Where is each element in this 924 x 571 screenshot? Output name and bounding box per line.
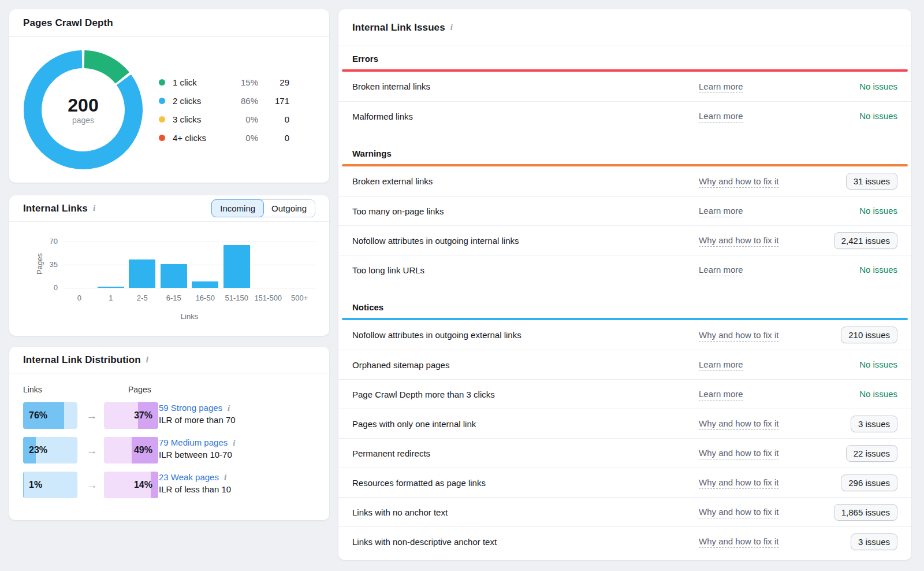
pages-crawl-depth-title: Pages Crawl Depth: [23, 17, 113, 29]
issues-count-badge[interactable]: 210 issues: [841, 327, 897, 343]
issue-row: Broken internal linksLearn moreNo issues: [338, 72, 911, 101]
toggle-incoming[interactable]: Incoming: [211, 199, 264, 217]
issue-label: Too many on-page links: [352, 206, 699, 216]
issue-row: Broken external linksWhy and how to fix …: [338, 166, 911, 196]
issue-status-column: 3 issues: [821, 416, 897, 432]
why-how-to-fix-link[interactable]: Why and how to fix it: [699, 448, 778, 459]
issue-link-column: Why and how to fix it: [699, 330, 821, 340]
donut-slice-1-click[interactable]: [84, 60, 122, 78]
issue-status-column: 210 issues: [821, 327, 897, 343]
bar-6-15[interactable]: [161, 264, 187, 288]
bar-16-50[interactable]: [192, 281, 218, 288]
bar-2-5[interactable]: [129, 259, 155, 288]
info-icon[interactable]: i: [450, 23, 453, 32]
info-icon[interactable]: i: [233, 438, 235, 447]
pages-percent-label: 49%: [104, 437, 158, 464]
x-tick-label: 16-50: [189, 294, 221, 302]
section-label: Notices: [338, 295, 911, 318]
issues-count-badge[interactable]: 22 issues: [846, 445, 897, 462]
issue-status-column: 22 issues: [821, 445, 897, 462]
pages-group-link[interactable]: 79 Medium pages: [159, 437, 228, 447]
bar-plot-area: [64, 242, 315, 288]
internal-links-card: Internal Links i Incoming Outgoing Pages…: [9, 195, 329, 336]
issues-count-badge[interactable]: 2,421 issues: [834, 232, 897, 249]
why-how-to-fix-link[interactable]: Why and how to fix it: [699, 235, 778, 247]
ilr-description: ILR of less than 10: [159, 484, 326, 494]
x-tick-label: 2-5: [126, 294, 158, 302]
distribution-link-line: 59 Strong pagesi: [159, 403, 326, 413]
legend-count: 0: [258, 114, 289, 124]
y-tick-label: 70: [32, 237, 58, 246]
issue-link-column: Learn more: [699, 81, 821, 92]
issues-count-badge[interactable]: 1,865 issues: [834, 504, 897, 521]
issue-status-column: No issues: [821, 81, 897, 92]
legend-percent: 86%: [228, 96, 258, 106]
learn-more-link[interactable]: Learn more: [699, 359, 743, 371]
why-how-to-fix-link[interactable]: Why and how to fix it: [699, 536, 778, 548]
legend-label: 1 click: [173, 77, 228, 87]
issue-label: Malformed links: [352, 112, 699, 121]
pages-percent-label: 37%: [104, 402, 158, 429]
legend-label: 4+ clicks: [173, 133, 228, 143]
arrow-right-icon: →: [83, 479, 100, 492]
issues-count-badge[interactable]: 3 issues: [851, 416, 897, 432]
issue-row: Pages with only one internal linkWhy and…: [338, 409, 911, 438]
issue-link-column: Why and how to fix it: [699, 477, 821, 488]
no-issues-text: No issues: [859, 81, 897, 91]
issue-status-column: No issues: [821, 389, 897, 399]
x-tick-label: 500+: [284, 294, 316, 302]
links-percent-label: 76%: [23, 402, 77, 429]
learn-more-link[interactable]: Learn more: [699, 206, 743, 217]
issue-link-column: Learn more: [699, 265, 821, 275]
issue-status-column: No issues: [821, 206, 897, 216]
section-label: Warnings: [338, 141, 911, 164]
why-how-to-fix-link[interactable]: Why and how to fix it: [699, 477, 778, 489]
info-icon[interactable]: i: [146, 355, 148, 365]
x-tick-label: 6-15: [158, 294, 190, 302]
issues-sections: ErrorsBroken internal linksLearn moreNo …: [338, 46, 911, 556]
legend-count: 0: [258, 133, 289, 143]
pages-crawl-depth-card: Pages Crawl Depth 200 pages 1 click15%29…: [9, 9, 329, 183]
no-issues-text: No issues: [859, 265, 897, 275]
issues-count-badge[interactable]: 3 issues: [851, 533, 897, 550]
y-tick-label: 0: [32, 283, 58, 292]
internal-link-issues-header: Internal Link Issues i: [338, 9, 911, 46]
issue-row: Links with non-descriptive anchor textWh…: [338, 526, 911, 556]
why-how-to-fix-link[interactable]: Why and how to fix it: [699, 330, 778, 342]
internal-link-distribution-card: Internal Link Distribution i Links Pages…: [9, 347, 329, 520]
no-issues-text: No issues: [859, 206, 897, 216]
issue-link-column: Why and how to fix it: [699, 418, 821, 429]
learn-more-link[interactable]: Learn more: [699, 81, 743, 93]
issue-status-column: No issues: [821, 265, 897, 275]
toggle-outgoing[interactable]: Outgoing: [263, 200, 315, 217]
why-how-to-fix-link[interactable]: Why and how to fix it: [699, 507, 778, 518]
pages-ratio-bar: 37%: [104, 402, 158, 429]
learn-more-link[interactable]: Learn more: [699, 265, 743, 276]
why-how-to-fix-link[interactable]: Why and how to fix it: [699, 418, 778, 430]
learn-more-link[interactable]: Learn more: [699, 389, 743, 401]
issue-label: Page Crawl Depth more than 3 clicks: [352, 390, 699, 399]
issue-label: Broken external links: [352, 176, 699, 186]
info-icon[interactable]: i: [224, 473, 226, 482]
issue-label: Permanent redirects: [352, 448, 699, 458]
issue-row: Too long link URLsLearn moreNo issues: [338, 255, 911, 284]
bar-1[interactable]: [98, 287, 124, 288]
info-icon[interactable]: i: [93, 203, 95, 213]
issues-section-notices: NoticesNofollow attributes in outgoing e…: [338, 295, 911, 556]
y-tick-label: 35: [32, 260, 58, 269]
x-tick-label: 0: [64, 294, 95, 302]
issue-label: Links with non-descriptive anchor text: [352, 537, 699, 547]
pages-crawl-depth-header: Pages Crawl Depth: [9, 9, 329, 37]
issues-count-badge[interactable]: 296 issues: [841, 474, 897, 491]
learn-more-link[interactable]: Learn more: [699, 111, 743, 123]
why-how-to-fix-link[interactable]: Why and how to fix it: [699, 176, 778, 188]
pages-group-link[interactable]: 59 Strong pages: [159, 403, 222, 413]
no-issues-text: No issues: [859, 359, 897, 369]
pages-group-link[interactable]: 23 Weak pages: [159, 472, 219, 482]
bar-51-150[interactable]: [223, 245, 250, 288]
pages-ratio-bar: 14%: [104, 472, 158, 498]
info-icon[interactable]: i: [228, 403, 230, 413]
links-percent-label: 23%: [23, 437, 77, 464]
issues-section-warnings: WarningsBroken external linksWhy and how…: [338, 141, 911, 284]
issues-count-badge[interactable]: 31 issues: [846, 173, 897, 190]
